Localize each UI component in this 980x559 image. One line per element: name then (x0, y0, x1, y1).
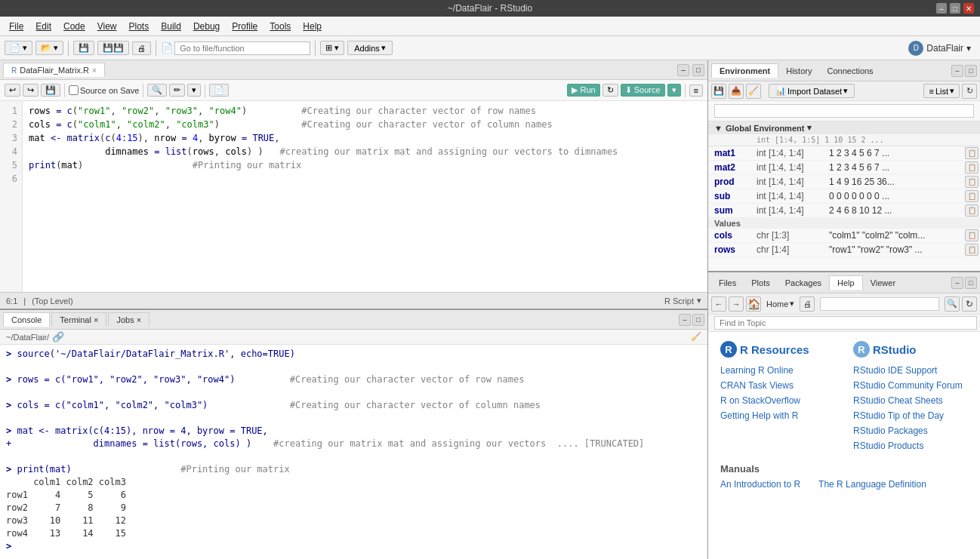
menubar-item-view[interactable]: View (91, 19, 123, 34)
env-search-input[interactable] (714, 104, 974, 118)
tab-close-button[interactable]: × (92, 66, 97, 75)
env-back-button[interactable]: 💾 (711, 84, 726, 99)
addins-button[interactable]: Addins ▾ (347, 41, 393, 55)
help-link-tip-of-day[interactable]: RStudio Tip of the Day (853, 410, 968, 421)
find-in-topic-input[interactable] (714, 316, 977, 330)
compile-button[interactable]: 📄 (209, 84, 229, 97)
source-button[interactable]: ⬇ Source (621, 84, 665, 97)
help-home-button[interactable]: 🏠 (746, 296, 761, 312)
undo-button[interactable]: ↩ (5, 84, 20, 97)
layout-button[interactable]: ⊞ ▾ (320, 41, 344, 55)
list-button[interactable]: ≡ List ▾ (923, 84, 960, 98)
console-content[interactable]: > source('~/DataFlair/DataFlair_Matrix.R… (0, 345, 707, 559)
help-link-stackoverflow[interactable]: R on StackOverflow (720, 395, 835, 406)
env-row-cols[interactable]: cols chr [1:3] "colm1" "colm2" "colm... … (708, 229, 980, 243)
rerun-button[interactable]: ↻ (602, 84, 618, 97)
menubar-item-debug[interactable]: Debug (187, 19, 226, 34)
save-doc-button[interactable]: 💾 (41, 84, 60, 97)
format-dropdown-button[interactable]: ▾ (187, 84, 201, 97)
help-minimize-button[interactable]: – (951, 277, 963, 289)
code-editor[interactable]: 1 2 3 4 5 6 rows = c("row1", "row2", "ro… (0, 101, 707, 292)
help-link-cran[interactable]: CRAN Task Views (720, 380, 835, 391)
help-home-label[interactable]: Home ▾ (763, 297, 797, 310)
help-link-r-language[interactable]: The R Language Definition (818, 479, 926, 490)
console-maximize-button[interactable]: □ (692, 314, 704, 326)
save-all-button[interactable]: 💾💾 (97, 41, 129, 55)
env-minimize-button[interactable]: – (951, 65, 963, 77)
console-prompt-line[interactable]: > (6, 540, 701, 553)
console-minimize-button[interactable]: – (679, 314, 691, 326)
help-link-intro-r[interactable]: An Introduction to R (720, 479, 800, 490)
menubar-item-plots[interactable]: Plots (123, 19, 156, 34)
help-link-cheatsheets[interactable]: RStudio Cheat Sheets (853, 395, 968, 406)
env-copy-button[interactable]: 📋 (965, 204, 978, 217)
env-copy-button[interactable]: 📋 (965, 176, 978, 188)
goto-input[interactable] (174, 41, 310, 55)
tab-connections[interactable]: Connections (819, 64, 880, 78)
path-icon[interactable]: 🔗 (52, 331, 64, 342)
print-button[interactable]: 🖨 (132, 41, 151, 55)
tab-files[interactable]: Files (711, 276, 744, 290)
help-back-button[interactable]: ← (711, 296, 726, 312)
env-copy-button[interactable]: 📋 (965, 190, 978, 202)
env-copy-button[interactable]: 📋 (965, 161, 978, 174)
more-button[interactable]: ≡ (689, 84, 703, 97)
menubar-item-help[interactable]: Help (297, 19, 328, 34)
save-button[interactable]: 💾 (73, 41, 94, 55)
env-row-sub[interactable]: sub int [1:4, 1:4] 0 0 0 0 0 0 0 ... 📋 (708, 189, 980, 204)
editor-maximize-button[interactable]: □ (692, 64, 704, 76)
tab-environment[interactable]: Environment (711, 63, 778, 78)
console-tab-terminal[interactable]: Terminal × (51, 312, 106, 327)
source-on-save-label[interactable]: Source on Save (69, 85, 139, 95)
env-clean-button[interactable]: 🧹 (746, 84, 761, 99)
help-link-community[interactable]: RStudio Community Forum (853, 380, 968, 391)
maximize-button[interactable]: □ (950, 3, 960, 14)
env-row-rows[interactable]: rows chr [1:4] "row1" "row2" "row3" ... … (708, 243, 980, 257)
env-refresh-button[interactable]: ↻ (962, 84, 977, 99)
source-on-save-checkbox[interactable] (69, 85, 79, 95)
env-copy-button[interactable]: 📋 (965, 244, 978, 256)
global-env-header[interactable]: ▼ Global Environment ▾ (708, 121, 980, 134)
tab-viewer[interactable]: Viewer (863, 276, 903, 290)
env-row-mat2[interactable]: mat2 int [1:4, 1:4] 1 2 3 4 5 6 7 ... 📋 (708, 161, 980, 175)
menubar-item-edit[interactable]: Edit (29, 19, 57, 34)
run-button[interactable]: ▶ Run (567, 84, 599, 97)
help-link-packages[interactable]: RStudio Packages (853, 425, 968, 436)
help-search-button[interactable]: 🔍 (945, 296, 960, 312)
tab-plots[interactable]: Plots (744, 276, 777, 290)
console-clear-icon[interactable]: 🧹 (691, 332, 701, 342)
help-link-ide-support[interactable]: RStudio IDE Support (853, 365, 968, 376)
minimize-button[interactable]: – (936, 3, 947, 14)
help-link-learning-r[interactable]: Learning R Online (720, 365, 835, 376)
menubar-item-profile[interactable]: Profile (226, 19, 263, 34)
tab-history[interactable]: History (778, 64, 819, 78)
help-forward-button[interactable]: → (729, 296, 744, 312)
user-button[interactable]: D DataFlair ▾ (904, 39, 975, 57)
tab-packages[interactable]: Packages (778, 276, 829, 290)
menubar-item-code[interactable]: Code (57, 19, 91, 34)
help-print-button[interactable]: 🖨 (800, 296, 815, 312)
menubar-item-tools[interactable]: Tools (263, 19, 297, 34)
env-maximize-button[interactable]: □ (965, 65, 977, 77)
env-row-mat1[interactable]: mat1 int [1:4, 1:4] 1 2 3 4 5 6 7 ... 📋 (708, 146, 980, 161)
new-file-button[interactable]: 📄 ▾ (5, 41, 32, 55)
code-content[interactable]: rows = c("row1", "row2", "row3", "row4")… (23, 101, 707, 292)
close-button[interactable]: ✕ (963, 3, 974, 14)
help-link-products[interactable]: RStudio Products (853, 441, 968, 451)
source-dropdown-button[interactable]: ▾ (667, 84, 681, 97)
help-link-getting-help[interactable]: Getting Help with R (720, 410, 835, 421)
env-load-button[interactable]: 📥 (729, 84, 744, 99)
tab-help[interactable]: Help (829, 275, 863, 290)
open-file-button[interactable]: 📂 ▾ (35, 41, 63, 55)
redo-button[interactable]: ↪ (23, 84, 39, 97)
env-copy-button[interactable]: 📋 (965, 229, 978, 241)
script-type-dropdown[interactable]: ▾ (697, 296, 701, 306)
help-refresh-button[interactable]: ↻ (962, 296, 977, 312)
menubar-item-file[interactable]: File (3, 19, 29, 34)
editor-tab[interactable]: R DataFlair_Matrix.R × (3, 63, 105, 77)
env-row-prod[interactable]: prod int [1:4, 1:4] 1 4 9 16 25 36... 📋 (708, 175, 980, 189)
import-dataset-button[interactable]: 📊 Import Dataset ▾ (769, 84, 855, 98)
env-copy-button[interactable]: 📋 (965, 147, 978, 159)
format-button[interactable]: ✏ (169, 84, 185, 97)
editor-minimize-button[interactable]: – (677, 64, 689, 76)
